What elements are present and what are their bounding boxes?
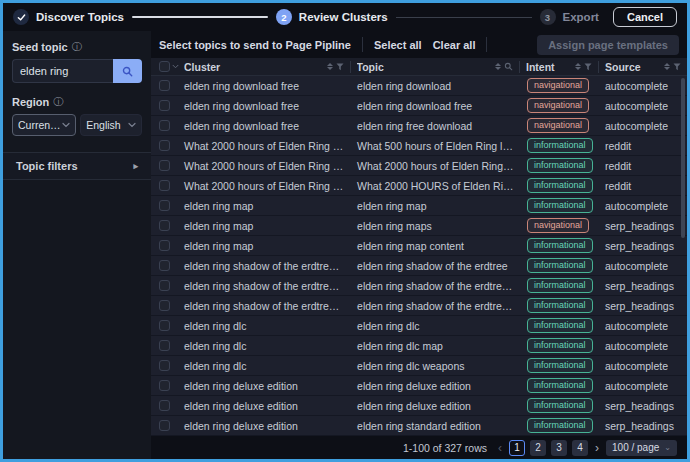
- row-checkbox[interactable]: [159, 420, 170, 431]
- next-page-icon[interactable]: ›: [594, 442, 600, 454]
- row-checkbox[interactable]: [159, 320, 170, 331]
- source-cell: serp_headings: [599, 400, 687, 412]
- table-row[interactable]: elden ring deluxe editionelden ring delu…: [151, 396, 687, 416]
- table-row[interactable]: elden ring dlcelden ring dlc mapinformat…: [151, 336, 687, 356]
- topic-cell: What 2000 hours of Elden Ring looks like…: [351, 160, 521, 172]
- page-buttons: 1234: [509, 440, 588, 456]
- table-row[interactable]: elden ring mapelden ring map contentinfo…: [151, 236, 687, 256]
- page-button-1[interactable]: 1: [509, 440, 525, 456]
- row-checkbox[interactable]: [159, 220, 170, 231]
- select-all-button[interactable]: Select all: [374, 39, 422, 51]
- step-review-clusters[interactable]: 2 Review Clusters: [276, 9, 388, 25]
- table-row[interactable]: elden ring shadow of the erdtree edition…: [151, 276, 687, 296]
- source-cell: serp_headings: [599, 240, 687, 252]
- table-row[interactable]: What 2000 hours of Elden Ring looks like…: [151, 176, 687, 196]
- assign-page-templates-button[interactable]: Assign page templates: [537, 35, 679, 55]
- vertical-scrollbar[interactable]: [681, 78, 685, 238]
- step-number-badge: 2: [276, 9, 292, 25]
- table-row[interactable]: elden ring mapelden ring mapinformationa…: [151, 196, 687, 216]
- intent-badge: informational: [527, 158, 593, 174]
- intent-badge: informational: [527, 178, 593, 194]
- filter-icon[interactable]: [673, 63, 681, 71]
- clear-all-button[interactable]: Clear all: [433, 39, 476, 51]
- page-size-value: 100 / page: [612, 442, 659, 453]
- column-header-source: Source: [605, 61, 661, 73]
- row-checkbox[interactable]: [159, 360, 170, 371]
- sort-icon[interactable]: [575, 63, 581, 70]
- row-checkbox[interactable]: [159, 260, 170, 271]
- cluster-cell: elden ring shadow of the erdtree edition: [178, 300, 351, 312]
- intent-cell: informational: [521, 138, 599, 154]
- row-checkbox[interactable]: [159, 240, 170, 251]
- topic-filters-toggle[interactable]: Topic filters ▸: [3, 152, 151, 180]
- region-label-text: Region: [12, 96, 49, 108]
- table-row[interactable]: What 2000 hours of Elden Ring looks like…: [151, 136, 687, 156]
- row-checkbox[interactable]: [159, 200, 170, 211]
- step-label: Review Clusters: [299, 11, 388, 23]
- source-cell: autocomplete: [599, 380, 687, 392]
- row-checkbox[interactable]: [159, 380, 170, 391]
- table-row[interactable]: elden ring dlcelden ring dlcinformationa…: [151, 316, 687, 336]
- source-cell: reddit: [599, 160, 687, 172]
- cluster-cell: elden ring map: [178, 240, 351, 252]
- intent-cell: informational: [521, 378, 599, 394]
- row-checkbox[interactable]: [159, 300, 170, 311]
- intent-badge: informational: [527, 238, 593, 254]
- filter-icon[interactable]: [584, 63, 592, 71]
- sort-icon[interactable]: [495, 63, 501, 70]
- intent-cell: informational: [521, 198, 599, 214]
- intent-cell: informational: [521, 298, 599, 314]
- step-export[interactable]: 3 Export: [540, 9, 599, 25]
- table-row[interactable]: elden ring shadow of the erdtree edition…: [151, 296, 687, 316]
- table-row[interactable]: elden ring download freeelden ring downl…: [151, 96, 687, 116]
- search-button[interactable]: [113, 59, 142, 83]
- table-row[interactable]: elden ring deluxe editionelden ring delu…: [151, 376, 687, 396]
- filter-icon[interactable]: [336, 63, 344, 71]
- topic-cell: What 500 hours of Elden Ring looks like: [351, 140, 521, 152]
- table-row[interactable]: elden ring dlcelden ring dlc weaponsinfo…: [151, 356, 687, 376]
- topic-cell: elden ring dlc map: [351, 340, 521, 352]
- intent-badge: informational: [527, 318, 593, 334]
- row-checkbox[interactable]: [159, 80, 170, 91]
- page-button-4[interactable]: 4: [572, 440, 588, 456]
- row-checkbox[interactable]: [159, 100, 170, 111]
- source-cell: autocomplete: [599, 200, 687, 212]
- search-column-icon[interactable]: [504, 62, 513, 71]
- toolbar-title: Select topics to send to Page Pipline: [159, 39, 351, 51]
- intent-cell: informational: [521, 278, 599, 294]
- info-icon: ⓘ: [72, 40, 82, 54]
- table-row[interactable]: elden ring download freeelden ring free …: [151, 116, 687, 136]
- page-button-2[interactable]: 2: [530, 440, 546, 456]
- seed-topic-input[interactable]: [12, 59, 113, 83]
- column-header-topic: Topic: [357, 61, 492, 73]
- page-button-3[interactable]: 3: [551, 440, 567, 456]
- row-checkbox[interactable]: [159, 340, 170, 351]
- sort-icon[interactable]: [327, 63, 333, 70]
- language-select[interactable]: English: [80, 114, 142, 136]
- sort-icon[interactable]: [664, 63, 670, 70]
- step-connector-todo: [396, 17, 532, 18]
- table-row[interactable]: elden ring shadow of the erdtree edition…: [151, 256, 687, 276]
- table-row[interactable]: What 2000 hours of Elden Ring looks like…: [151, 156, 687, 176]
- row-checkbox[interactable]: [159, 160, 170, 171]
- step-discover-topics[interactable]: Discover Topics: [13, 9, 124, 25]
- page-size-select[interactable]: 100 / page ⌄: [606, 440, 677, 456]
- info-icon: ⓘ: [53, 95, 63, 109]
- selection-toolbar: Select topics to send to Page Pipline Se…: [151, 31, 687, 58]
- cluster-cell: elden ring download free: [178, 100, 351, 112]
- intent-cell: informational: [521, 418, 599, 434]
- intent-badge: informational: [527, 198, 593, 214]
- cluster-cell: What 2000 hours of Elden Ring looks like…: [178, 140, 351, 152]
- row-checkbox[interactable]: [159, 140, 170, 151]
- previous-page-icon[interactable]: ‹: [497, 442, 503, 454]
- cancel-button[interactable]: Cancel: [613, 7, 677, 27]
- row-checkbox[interactable]: [159, 400, 170, 411]
- row-checkbox[interactable]: [159, 280, 170, 291]
- table-row[interactable]: elden ring download freeelden ring downl…: [151, 76, 687, 96]
- row-checkbox[interactable]: [159, 180, 170, 191]
- region-select[interactable]: Current Reg...: [12, 114, 76, 136]
- table-row[interactable]: elden ring mapelden ring mapsnavigationa…: [151, 216, 687, 236]
- table-row[interactable]: elden ring deluxe editionelden ring stan…: [151, 416, 687, 436]
- row-checkbox[interactable]: [159, 120, 170, 131]
- select-all-checkbox[interactable]: [159, 61, 170, 72]
